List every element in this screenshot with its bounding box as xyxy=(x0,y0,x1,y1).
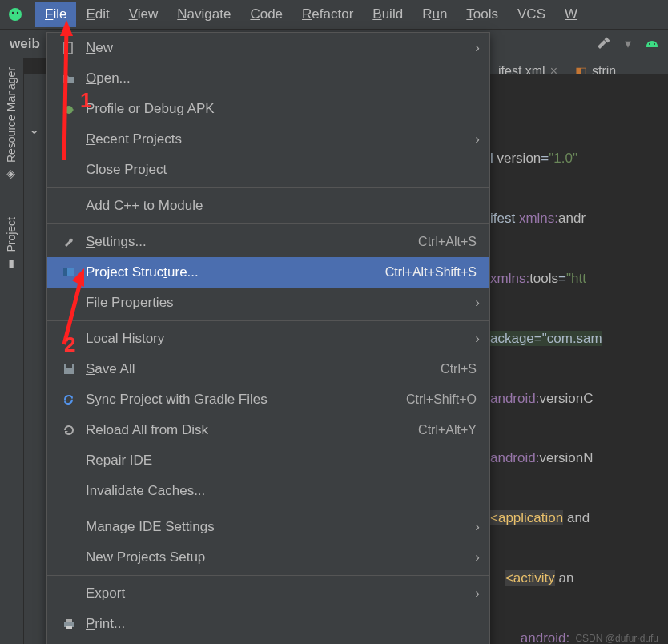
menu-item-export[interactable]: Export › xyxy=(47,578,489,609)
stack-icon: ◈ xyxy=(5,169,18,182)
menu-item-open[interactable]: Open... xyxy=(47,63,489,94)
menubar: File Edit View Navigate Code Refactor Bu… xyxy=(0,0,668,29)
hammer-icon[interactable] xyxy=(594,35,612,53)
wrench-icon xyxy=(60,235,78,248)
bug-icon xyxy=(60,103,78,115)
menu-view[interactable]: View xyxy=(119,2,168,27)
menu-item-manage-ide-settings[interactable]: Manage IDE Settings › xyxy=(47,512,489,542)
chevron-right-icon: › xyxy=(475,295,480,311)
separator xyxy=(47,187,489,188)
svg-rect-15 xyxy=(66,626,72,629)
sidebar-tab-resource-manager[interactable]: ◈ Resource Manager xyxy=(0,58,22,191)
android-studio-logo xyxy=(6,6,24,23)
svg-rect-14 xyxy=(66,619,72,622)
sidebar-tab-project[interactable]: ▮ Project xyxy=(0,207,22,281)
svg-rect-6 xyxy=(64,42,72,54)
separator xyxy=(47,575,489,576)
menu-edit[interactable]: Edit xyxy=(76,2,119,27)
svg-rect-10 xyxy=(63,268,67,276)
menu-item-file-properties[interactable]: File Properties › xyxy=(47,288,489,318)
code-editor[interactable]: l version="1.0" ifest xmlns:andr xmlns:t… xyxy=(490,74,668,644)
menu-item-sync-gradle[interactable]: Sync Project with Gradle Files Ctrl+Shif… xyxy=(47,384,489,415)
project-name: weib xyxy=(6,36,40,52)
menu-item-close-project[interactable]: Close Project xyxy=(47,155,489,185)
svg-point-1 xyxy=(12,12,14,14)
menu-item-reload-disk[interactable]: Reload All from Disk Ctrl+Alt+Y xyxy=(47,415,489,445)
chevron-right-icon: › xyxy=(475,131,480,147)
structure-icon xyxy=(60,266,78,279)
menu-item-print[interactable]: Print... xyxy=(47,609,489,639)
print-icon xyxy=(60,618,78,630)
chevron-down-icon[interactable]: ⌄ xyxy=(29,122,39,137)
menu-item-recent-projects[interactable]: Recent Projects › xyxy=(47,124,489,155)
folder-icon: ▮ xyxy=(5,259,18,272)
watermark: CSDN @dufur·dufu xyxy=(575,633,658,644)
android-icon[interactable] xyxy=(644,36,660,52)
menu-item-add-cpp[interactable]: Add C++ to Module xyxy=(47,191,489,221)
menu-refactor[interactable]: Refactor xyxy=(292,2,363,27)
svg-point-2 xyxy=(17,12,18,14)
chevron-right-icon: › xyxy=(475,40,480,56)
menu-item-profile-debug-apk[interactable]: Profile or Debug APK xyxy=(47,94,489,124)
separator xyxy=(47,223,489,224)
menu-item-new-projects-setup[interactable]: New Projects Setup › xyxy=(47,542,489,573)
menu-item-invalidate-caches[interactable]: Invalidate Caches... xyxy=(47,476,489,506)
svg-point-0 xyxy=(9,8,22,21)
menu-build[interactable]: Build xyxy=(363,2,412,27)
separator xyxy=(47,642,489,642)
svg-point-4 xyxy=(649,43,650,45)
menu-item-project-structure[interactable]: Project Structure... Ctrl+Alt+Shift+S xyxy=(47,257,489,288)
menu-tools[interactable]: Tools xyxy=(457,2,508,27)
svg-rect-12 xyxy=(66,364,72,368)
chevron-right-icon: › xyxy=(475,519,480,535)
menu-item-new[interactable]: New › xyxy=(47,33,489,63)
save-icon xyxy=(60,363,78,376)
menu-code[interactable]: Code xyxy=(240,2,292,27)
file-menu-dropdown: New › Open... Profile or Debug APK Recen… xyxy=(46,32,490,644)
menu-window[interactable]: W xyxy=(555,2,587,27)
project-tree-strip: ⌄ xyxy=(24,74,46,644)
menu-vcs[interactable]: VCS xyxy=(508,2,555,27)
menu-item-settings[interactable]: Settings... Ctrl+Alt+S xyxy=(47,227,489,257)
menu-item-save-all[interactable]: Save All Ctrl+S xyxy=(47,354,489,384)
chevron-right-icon: › xyxy=(475,586,480,602)
left-sidebar: ◈ Resource Manager ▮ Project xyxy=(0,58,24,644)
menu-file[interactable]: File xyxy=(35,2,76,27)
menu-navigate[interactable]: Navigate xyxy=(167,2,240,27)
reload-icon xyxy=(60,424,78,437)
svg-point-5 xyxy=(654,43,655,45)
chevron-right-icon: › xyxy=(475,331,480,347)
menu-item-repair-ide[interactable]: Repair IDE xyxy=(47,445,489,476)
menu-item-local-history[interactable]: Local History › xyxy=(47,324,489,354)
separator xyxy=(47,509,489,509)
folder-open-icon xyxy=(60,72,78,85)
menu-run[interactable]: Run xyxy=(412,2,457,27)
chevron-right-icon: › xyxy=(475,549,480,566)
file-icon xyxy=(60,42,78,54)
separator xyxy=(47,320,489,321)
sync-icon xyxy=(60,393,78,406)
